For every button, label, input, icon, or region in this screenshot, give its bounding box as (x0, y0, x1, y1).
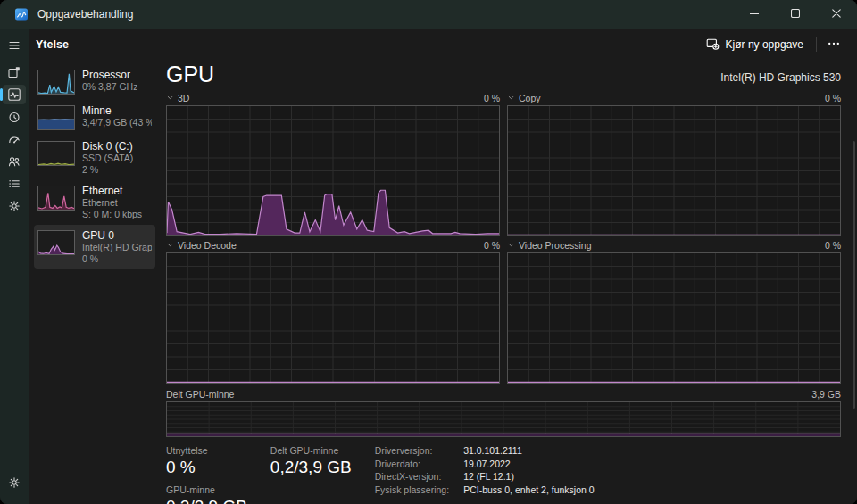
header-actions: Kjør ny oppgave (697, 32, 846, 58)
device-text: Disk 0 (C:)SSD (SATA)2 % (82, 140, 133, 175)
engine-name: 3D (178, 93, 189, 103)
driver-info-value: PCI-buss 0, enhet 2, funksjon 0 (463, 484, 595, 495)
users-icon (7, 154, 21, 169)
window-controls (734, 0, 857, 29)
driver-info-label: Driverversjon: (375, 445, 449, 456)
device-item-memory[interactable]: Minne3,4/7,9 GB (43 %) (34, 100, 155, 135)
close-button[interactable] (816, 0, 857, 29)
hamburger-menu-icon (7, 38, 21, 53)
gpu-header: GPU Intel(R) HD Graphics 530 (166, 61, 841, 87)
driver-info-label: Fysisk plassering: (375, 484, 449, 495)
shared-memory-max: 3,9 GB (811, 389, 841, 400)
shared-memory-label: Delt GPU-minne (166, 389, 234, 400)
device-subtitle: Ethernet (82, 197, 142, 209)
chevron-down-icon[interactable] (166, 241, 174, 249)
sidebar-item-settings[interactable] (3, 473, 26, 492)
engine-chart-video-processing[interactable] (507, 252, 841, 384)
shared-memory-chart[interactable] (166, 401, 841, 437)
scrollbar-thumb[interactable] (853, 141, 855, 409)
performance-icon (7, 87, 21, 102)
settings-gear-icon (7, 475, 21, 490)
run-new-task-icon (705, 37, 720, 54)
utilization-value: 0 % (166, 457, 247, 478)
engine-header-video-decode: Video Decode0 % (166, 237, 500, 252)
device-subtitle: S: 0 M: 0 kbps (82, 209, 142, 220)
device-title: Ethernet (82, 185, 142, 197)
disk-mini-chart (37, 141, 75, 166)
minimize-button[interactable] (734, 0, 775, 29)
details-icon (7, 177, 21, 191)
memory-mini-chart (37, 105, 75, 130)
sidebar-item-processes[interactable] (3, 62, 26, 82)
shared-memory-stat-label: Delt GPU-minne (270, 445, 352, 457)
processes-icon (7, 65, 21, 79)
shared-memory-stat-value: 0,2/3,9 GB (270, 457, 352, 478)
sidebar-item-menu[interactable] (3, 36, 26, 55)
engine-name: Copy (519, 93, 541, 103)
gpu-device-name: Intel(R) HD Graphics 530 (720, 71, 841, 87)
maximize-button[interactable] (775, 0, 816, 29)
device-title: Minne (82, 104, 152, 117)
driver-info-label: Driverdato: (375, 459, 449, 469)
engine-header-3d: 3D0 % (166, 90, 500, 105)
sidebar-item-services[interactable] (3, 196, 26, 216)
device-item-ethernet[interactable]: EthernetEthernetS: 0 M: 0 kbps (34, 180, 155, 224)
shared-memory-header: Delt GPU-minne 3,9 GB (166, 389, 841, 400)
driver-info-value: 31.0.101.2111 (463, 445, 595, 456)
sidebar-item-details[interactable] (3, 174, 26, 194)
chevron-down-icon[interactable] (507, 241, 515, 249)
gpu-memory-value: 0,2/3,9 GB (166, 496, 247, 504)
shared-memory-column: Delt GPU-minne 0,2/3,9 GB (270, 445, 352, 504)
driver-info-value: 19.07.2022 (463, 459, 595, 469)
device-subtitle: Intel(R) HD Graphi... (82, 242, 152, 253)
nav-rail-items (3, 36, 26, 219)
gpu-stats: Utnyttelse 0 % GPU-minne 0,2/3,9 GB Delt… (166, 445, 841, 504)
device-subtitle: 0% 3,87 GHz (82, 81, 137, 93)
minimize-icon (750, 8, 759, 21)
task-manager-app-icon (14, 7, 29, 21)
header-divider (816, 37, 817, 52)
device-list: Prosessor0% 3,87 GHzMinne3,4/7,9 GB (43 … (32, 61, 157, 504)
ethernet-mini-chart (37, 186, 75, 211)
engine-value: 0 % (484, 93, 500, 103)
device-text: GPU 0Intel(R) HD Graphi...0 % (82, 229, 152, 264)
gpu-mini-chart (37, 230, 75, 255)
device-subtitle: SSD (SATA) (82, 153, 133, 164)
page-header: Ytelse Kjør ny oppgave (29, 29, 857, 61)
chevron-down-icon[interactable] (166, 94, 174, 102)
app-history-icon (7, 110, 21, 124)
nav-rail (0, 29, 29, 504)
engine-value: 0 % (484, 240, 500, 251)
device-item-gpu[interactable]: GPU 0Intel(R) HD Graphi...0 % (34, 225, 155, 269)
scrollbar[interactable] (853, 87, 856, 497)
page-title: Ytelse (36, 38, 69, 51)
sidebar-item-users[interactable] (3, 152, 26, 171)
driver-info: Driverversjon:31.0.101.2111Driverdato:19… (375, 445, 595, 504)
engine-chart-3d[interactable] (166, 105, 500, 236)
more-options-button[interactable] (821, 34, 846, 55)
engine-chart-copy[interactable] (507, 105, 841, 236)
engine-name: Video Processing (519, 240, 592, 251)
cpu-mini-chart (37, 70, 75, 95)
chevron-down-icon[interactable] (507, 94, 515, 102)
driver-info-value: 12 (FL 12.1) (463, 471, 595, 482)
task-manager-window: Oppgavebehandling Ytelse Kjør ny oppgave (0, 0, 857, 504)
engine-header-copy: Copy0 % (507, 90, 841, 105)
device-item-cpu[interactable]: Prosessor0% 3,87 GHz (34, 64, 155, 99)
run-new-task-button[interactable]: Kjør ny oppgave (697, 32, 811, 58)
sidebar-item-performance[interactable] (3, 85, 26, 104)
sidebar-item-app-history[interactable] (3, 107, 26, 127)
device-item-disk[interactable]: Disk 0 (C:)SSD (SATA)2 % (34, 136, 155, 179)
device-subtitle: 2 % (82, 164, 133, 176)
titlebar[interactable]: Oppgavebehandling (0, 0, 857, 29)
engine-chart-video-decode[interactable] (166, 252, 500, 384)
engine-chart-grid: 3D0 %Copy0 %Video Decode0 %Video Process… (166, 89, 841, 384)
sidebar-item-startup-apps[interactable] (3, 129, 26, 149)
device-title: GPU 0 (82, 229, 152, 242)
utilization-column: Utnyttelse 0 % GPU-minne 0,2/3,9 GB (166, 445, 247, 504)
device-subtitle: 3,4/7,9 GB (43 %) (82, 117, 152, 128)
gpu-memory-label: GPU-minne (166, 484, 247, 496)
driver-info-label: DirectX-versjon: (375, 471, 449, 482)
engine-header-video-processing: Video Processing0 % (507, 237, 841, 252)
device-subtitle: 0 % (82, 253, 152, 265)
